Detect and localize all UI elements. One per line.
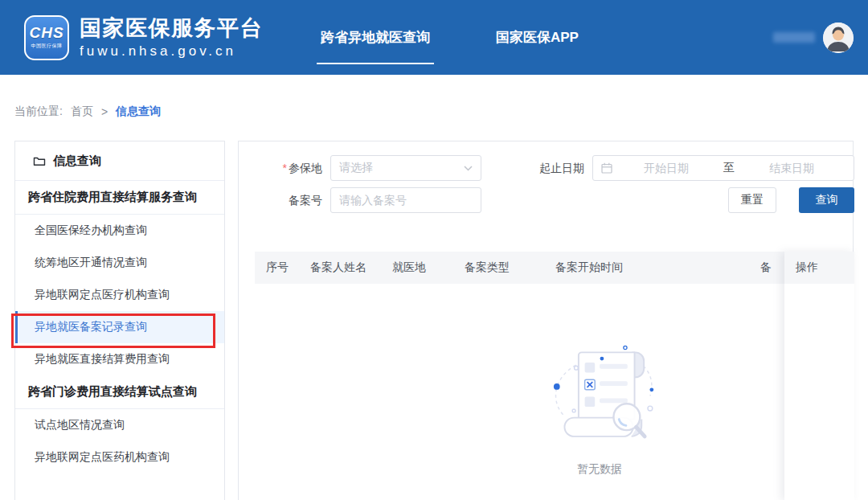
search-button[interactable]: 查询 — [799, 187, 854, 213]
col-header-name: 备案人姓名 — [299, 260, 381, 275]
sidebar-item-settlement-fee-query[interactable]: 异地就医直接结算费用查询 — [15, 343, 224, 375]
chs-logo-acronym: CHS — [29, 25, 63, 41]
insured-area-placeholder: 请选择 — [339, 161, 464, 175]
required-asterisk: * — [283, 162, 287, 174]
field-date-range: 起止日期 至 — [538, 155, 854, 181]
brand-block: 国家医保服务平台 fuwu.nhsa.gov.cn — [80, 16, 263, 59]
breadcrumb-home[interactable]: 首页 — [71, 105, 93, 119]
sidebar-heading-outpatient[interactable]: 跨省门诊费用直接结算试点查询 — [15, 375, 224, 409]
sidebar-item-region-status[interactable]: 统筹地区开通情况查询 — [15, 247, 224, 279]
col-header-index: 序号 — [255, 260, 299, 275]
chs-logo-subtext: 中国医疗保障 — [31, 43, 63, 50]
insured-area-label: *参保地 — [258, 155, 322, 181]
folder-icon — [33, 156, 46, 166]
sidebar-item-national-agencies[interactable]: 全国医保经办机构查询 — [15, 215, 224, 247]
chevron-down-icon — [464, 166, 473, 171]
table-header-row: 序号 备案人姓名 就医地 备案类型 备案开始时间 备 — [255, 252, 854, 284]
sidebar-item-pharma-institutions[interactable]: 异地联网定点医药机构查询 — [15, 441, 224, 473]
avatar[interactable] — [823, 23, 854, 53]
calendar-icon — [601, 162, 612, 174]
page: CHS 中国医疗保障 国家医保服务平台 fuwu.nhsa.gov.cn 跨省异… — [0, 0, 868, 500]
date-range-picker[interactable]: 至 — [592, 155, 854, 181]
field-insured-area: *参保地 请选择 — [258, 155, 481, 181]
col-header-place: 就医地 — [381, 260, 453, 275]
empty-text: 暂无数据 — [577, 462, 622, 477]
field-record-number: 备案号 — [258, 187, 481, 213]
empty-state: 暂无数据 — [534, 337, 666, 477]
start-date-input[interactable] — [612, 162, 720, 174]
empty-search-illustration — [534, 337, 666, 457]
insured-area-select[interactable]: 请选择 — [330, 155, 481, 181]
results-table: 序号 备案人姓名 就医地 备案类型 备案开始时间 备 — [255, 252, 854, 500]
nav-item-nhsa-app[interactable]: 国家医保APP — [496, 23, 579, 51]
main-panel: *参保地 请选择 起止日期 至 — [238, 141, 854, 500]
sidebar-root-info-query[interactable]: 信息查询 — [15, 141, 224, 181]
user-area — [773, 23, 854, 53]
record-number-label: 备案号 — [258, 187, 322, 213]
sidebar: 信息查询 跨省住院费用直接结算服务查询 全国医保经办机构查询 统筹地区开通情况查… — [14, 141, 225, 500]
sidebar-item-medical-institutions[interactable]: 异地联网定点医疗机构查询 — [15, 279, 224, 311]
breadcrumb-label: 当前位置: — [14, 105, 63, 119]
record-number-input[interactable] — [330, 187, 481, 213]
col-header-truncated: 备 — [749, 260, 784, 275]
table-body: 暂无数据 — [255, 284, 854, 500]
end-date-input[interactable] — [738, 162, 845, 174]
sidebar-item-pilot-regions[interactable]: 试点地区情况查询 — [15, 409, 224, 441]
sidebar-heading-inpatient[interactable]: 跨省住院费用直接结算服务查询 — [15, 181, 224, 215]
breadcrumb-separator: > — [101, 105, 108, 118]
col-header-start-time: 备案开始时间 — [544, 260, 749, 275]
col-header-operation: 操作 — [784, 252, 854, 284]
sidebar-item-record-query-active[interactable]: 异地就医备案记录查询 — [15, 311, 224, 343]
nav-item-cross-province-query[interactable]: 跨省异地就医查询 — [321, 23, 430, 51]
date-range-label: 起止日期 — [538, 155, 584, 181]
breadcrumb-current: 信息查询 — [116, 105, 161, 119]
chs-logo: CHS 中国医疗保障 — [24, 15, 69, 60]
col-header-type: 备案类型 — [453, 260, 544, 275]
avatar-person-icon — [823, 23, 854, 53]
fixed-operation-column: 操作 — [784, 252, 854, 500]
breadcrumb: 当前位置: 首页 > 信息查询 — [14, 105, 161, 119]
reset-button[interactable]: 重置 — [728, 187, 776, 213]
top-nav: 跨省异地就医查询 国家医保APP — [321, 23, 579, 51]
site-title: 国家医保服务平台 — [80, 16, 263, 40]
username-redacted — [773, 32, 815, 43]
app-header: CHS 中国医疗保障 国家医保服务平台 fuwu.nhsa.gov.cn 跨省异… — [0, 0, 868, 75]
sidebar-root-label: 信息查询 — [53, 154, 101, 169]
date-range-separator: 至 — [720, 161, 738, 175]
site-domain: fuwu.nhsa.gov.cn — [80, 43, 263, 59]
